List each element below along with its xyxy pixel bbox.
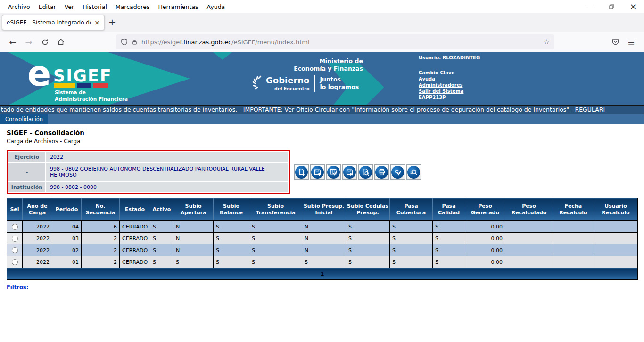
cell: 0.00 [465,233,505,244]
cell [594,233,638,244]
shield-icon[interactable] [121,38,128,46]
cell [505,233,553,244]
print-button[interactable] [374,164,389,180]
home-button[interactable] [53,34,69,49]
minimize-button[interactable] [579,0,601,13]
col-header: Sel [7,198,23,221]
table-row: 2022 01 2 CERRADO S S S S S S S S 0.00 [7,256,638,268]
col-header: Fecha Recalculo [553,198,594,221]
col-header: Activo [150,198,173,221]
forward-button[interactable]: → [21,34,37,49]
cell [594,221,638,233]
col-header: Subió Presup. Inicial [302,198,346,221]
delete-record-button[interactable] [342,164,357,180]
pocket-icon [611,38,619,46]
lock-icon[interactable] [132,39,138,46]
cell [553,233,594,244]
ministry-name: Ministerio de Economía y Finanzas [255,57,363,72]
link-cambio-clave[interactable]: Cambio Clave [419,70,480,76]
table-row: 2022 03 2 CERRADO S N S S N S S S 0.00 [7,233,638,244]
menu-historial[interactable]: Historial [78,1,111,13]
cell: S [249,233,302,244]
row-select-radio[interactable] [12,224,18,230]
pagination-page-1[interactable]: 1 [7,268,638,280]
approve-button[interactable]: C [390,164,405,180]
back-button[interactable]: ← [5,34,21,49]
cell: N [173,233,214,244]
cell: S [390,256,433,268]
reload-button[interactable] [37,34,53,49]
col-header: Peso Recalculado [505,198,553,221]
app-menu-button[interactable]: ≡ [623,34,639,49]
cell [505,244,553,256]
close-button[interactable]: × [622,0,644,13]
col-header: Pasa Calidad [433,198,465,221]
row-select-radio[interactable] [12,236,18,242]
validate-grid-icon [327,166,340,179]
cell: S [433,221,465,233]
cell [594,244,638,256]
url-text[interactable]: https://esigef.finanzas.gob.ec/eSIGEF/me… [141,39,540,46]
cell: S [249,244,302,256]
app-code: EAPP213P [419,94,480,100]
menu-herramientas[interactable]: Herramientas [154,1,202,13]
link-salir-del-sistema[interactable]: Salir del Sistema [419,88,480,94]
cell: CERRADO [120,256,150,268]
cell: 0.00 [465,221,505,233]
cell: N [302,233,346,244]
decor-chevron [213,52,232,60]
table-row: 2022 04 6 CERRADO S N S S N S S S 0.00 [7,221,638,233]
cell: S [346,221,390,233]
cell: 02 [52,244,82,256]
filters-link[interactable]: Filtros: [7,284,28,291]
bookmark-star-icon[interactable]: ☆ [544,38,550,46]
row-select-radio[interactable] [12,247,18,253]
cell-select [7,221,23,233]
carga-archivos-table: Sel Año de Carga Periodo No. Secuencia E… [7,198,638,280]
new-record-icon [295,166,308,179]
cell: S [173,256,214,268]
link-ayuda[interactable]: Ayuda [419,76,480,82]
cell: S [433,244,465,256]
url-bar[interactable]: https://esigef.finanzas.gob.ec/eSIGEF/me… [116,34,554,49]
page-content: SIGEF - Consolidación Carga de Archivos … [0,124,644,291]
pocket-button[interactable] [607,34,623,49]
home-icon [57,38,65,46]
save-upload-button[interactable] [310,164,325,180]
tab-close-icon[interactable]: × [94,19,100,26]
announcement-marquee: tado de entidades que mantienen saldos d… [0,105,644,114]
row-select-radio[interactable] [12,259,18,265]
cell [594,256,638,268]
cell-select [7,233,23,244]
esigef-logo-subtitle: Sistema de Administración Financiera [55,90,128,102]
menu-archivo[interactable]: Archivo [4,1,34,13]
restore-button[interactable] [601,0,622,13]
esigef-logo-name: SIGEF [53,66,112,85]
gobierno-logo: Gobierno del Encuentro Juntos lo logramo… [252,75,359,92]
new-record-button[interactable] [294,164,309,180]
link-administradores[interactable]: Administradores [419,82,480,88]
validate-grid-button[interactable] [326,164,341,180]
cell: S [302,256,346,268]
tab-title: eSIGEF - Sistema Integrado de Gestió [7,19,91,26]
cell: 2022 [23,256,52,268]
browser-tab[interactable]: eSIGEF - Sistema Integrado de Gestió × [2,15,105,30]
consult-button[interactable] [406,164,421,180]
cell: S [346,233,390,244]
menu-ayuda[interactable]: Ayuda [203,1,230,13]
cell: S [214,233,249,244]
cell: CERRADO [120,221,150,233]
window-controls: × [579,0,644,13]
col-header: Subió Cédulas Presup. [346,198,390,221]
tab-consolidacion[interactable]: Consolidación [0,114,48,124]
preview-document-button[interactable] [358,164,373,180]
user-block: Usuario: RLOZADINTEG Cambio Clave Ayuda … [419,55,480,100]
new-tab-button[interactable]: + [105,15,120,30]
tab-strip: eSIGEF - Sistema Integrado de Gestió × + [0,13,644,32]
menu-editar[interactable]: Editar [34,1,60,13]
app-menubar: Consolidación [0,114,644,124]
menu-marcadores[interactable]: Marcadores [111,1,154,13]
menu-ver[interactable]: Ver [60,1,78,13]
gobierno-rays-icon [252,75,264,92]
form-label-ejercicio: Ejercicio [8,152,45,162]
